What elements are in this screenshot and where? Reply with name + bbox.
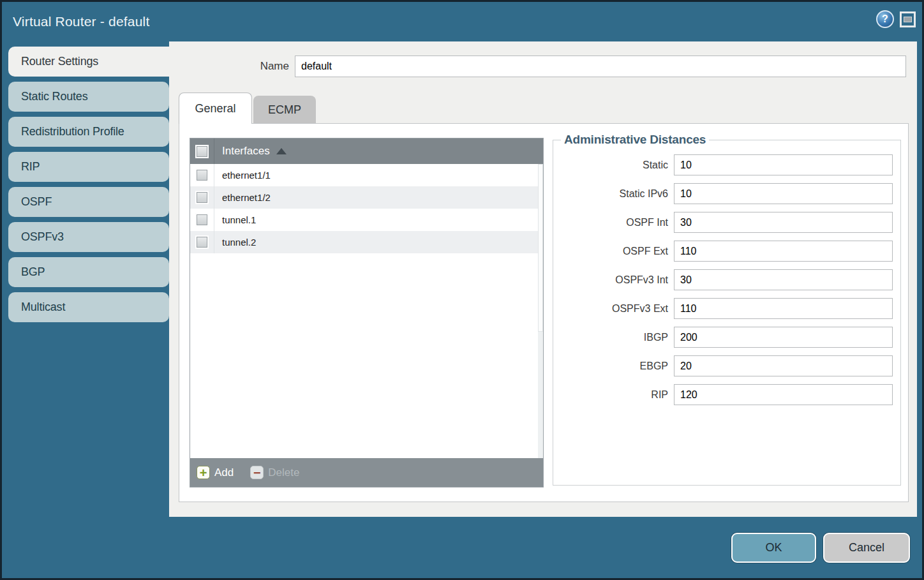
administrative-distances-fieldset: Administrative Distances Static Static I… bbox=[553, 133, 901, 486]
static-ipv6-label: Static IPv6 bbox=[560, 188, 674, 200]
row-checkbox-cell bbox=[190, 164, 214, 186]
interface-name: ethernet1/1 bbox=[222, 170, 271, 181]
ospfv3-int-input[interactable] bbox=[674, 269, 893, 290]
name-input[interactable] bbox=[295, 56, 906, 77]
dialog-footer: OK Cancel bbox=[731, 533, 910, 563]
sidebar-item-label: RIP bbox=[21, 160, 40, 174]
row-checkbox-cell bbox=[190, 231, 214, 253]
sidebar-item-router-settings[interactable]: Router Settings bbox=[8, 47, 169, 77]
sidebar-item-bgp[interactable]: BGP bbox=[8, 257, 169, 287]
sidebar-item-ospf[interactable]: OSPF bbox=[8, 187, 169, 217]
tab-strip: General ECMP bbox=[179, 93, 316, 124]
ospf-ext-label: OSPF Ext bbox=[560, 246, 674, 257]
row-checkbox[interactable] bbox=[197, 170, 207, 181]
select-all-checkbox[interactable] bbox=[197, 146, 207, 157]
sidebar-item-redistribution-profile[interactable]: Redistribution Profile bbox=[8, 117, 169, 147]
field-row-ebgp: EBGP bbox=[560, 355, 893, 376]
rip-input[interactable] bbox=[674, 384, 893, 405]
add-button[interactable]: + Add bbox=[197, 466, 234, 479]
window-restore-icon-inner bbox=[904, 17, 912, 22]
ebgp-label: EBGP bbox=[560, 361, 674, 372]
ospf-int-label: OSPF Int bbox=[560, 217, 674, 228]
row-checkbox[interactable] bbox=[197, 214, 207, 225]
title-bar-icons: ? bbox=[876, 10, 916, 28]
name-row: Name bbox=[169, 56, 906, 77]
virtual-router-dialog: Virtual Router - default ? Router Settin… bbox=[0, 0, 924, 580]
select-all-cell bbox=[190, 138, 214, 164]
minus-icon: − bbox=[250, 466, 264, 479]
sidebar-item-label: Multicast bbox=[21, 301, 65, 314]
static-input[interactable] bbox=[674, 154, 893, 175]
ibgp-input[interactable] bbox=[674, 327, 893, 348]
cancel-button[interactable]: Cancel bbox=[823, 533, 910, 563]
tab-general[interactable]: General bbox=[179, 93, 252, 124]
plus-icon: + bbox=[197, 466, 210, 479]
rip-label: RIP bbox=[560, 389, 674, 401]
field-row-ospfv3-ext: OSPFv3 Ext bbox=[560, 298, 893, 319]
table-row[interactable]: ethernet1/2 bbox=[190, 186, 543, 209]
sidebar: Router Settings Static Routes Redistribu… bbox=[2, 47, 169, 327]
ebgp-input[interactable] bbox=[674, 355, 893, 376]
row-checkbox-cell bbox=[190, 209, 214, 231]
sidebar-item-label: Router Settings bbox=[21, 55, 98, 68]
tab-ecmp[interactable]: ECMP bbox=[253, 96, 316, 124]
table-scrollbar[interactable] bbox=[538, 164, 543, 458]
ibgp-label: IBGP bbox=[560, 332, 674, 343]
sidebar-item-rip[interactable]: RIP bbox=[8, 152, 169, 182]
table-scrollbar-thumb[interactable] bbox=[538, 164, 543, 332]
sidebar-item-label: BGP bbox=[21, 265, 45, 279]
row-checkbox[interactable] bbox=[197, 237, 207, 248]
content-panel: Name General ECMP Interfaces bbox=[169, 41, 917, 517]
interface-name: tunnel.1 bbox=[222, 214, 256, 225]
ospf-int-input[interactable] bbox=[674, 212, 893, 233]
general-tab-panel: Interfaces ethernet1/1 ethernet1/2 tunne bbox=[179, 123, 909, 502]
administrative-distances-legend: Administrative Distances bbox=[561, 133, 709, 147]
delete-button[interactable]: − Delete bbox=[250, 466, 299, 479]
interfaces-header-label: Interfaces bbox=[222, 145, 270, 158]
row-checkbox-cell bbox=[190, 186, 214, 209]
static-ipv6-input[interactable] bbox=[674, 183, 893, 204]
sort-ascending-icon bbox=[276, 148, 287, 154]
help-icon[interactable]: ? bbox=[876, 10, 894, 28]
sidebar-item-multicast[interactable]: Multicast bbox=[8, 292, 169, 322]
sidebar-item-ospfv3[interactable]: OSPFv3 bbox=[8, 222, 169, 252]
add-button-label: Add bbox=[214, 466, 234, 479]
sidebar-item-static-routes[interactable]: Static Routes bbox=[8, 82, 169, 112]
ospf-ext-input[interactable] bbox=[674, 241, 893, 262]
field-row-static-ipv6: Static IPv6 bbox=[560, 183, 893, 204]
table-footer: + Add − Delete bbox=[190, 458, 543, 487]
ok-button[interactable]: OK bbox=[731, 533, 816, 563]
field-row-ospfv3-int: OSPFv3 Int bbox=[560, 269, 893, 290]
interface-name: ethernet1/2 bbox=[222, 192, 271, 203]
interfaces-column-header[interactable]: Interfaces bbox=[190, 138, 543, 164]
field-row-static: Static bbox=[560, 154, 893, 175]
field-row-ospf-ext: OSPF Ext bbox=[560, 241, 893, 262]
title-bar: Virtual Router - default ? bbox=[2, 2, 922, 41]
ospfv3-int-label: OSPFv3 Int bbox=[560, 274, 674, 286]
window-restore-icon[interactable] bbox=[900, 11, 916, 27]
dialog-title: Virtual Router - default bbox=[13, 14, 150, 29]
ospfv3-ext-label: OSPFv3 Ext bbox=[560, 303, 674, 315]
name-label: Name bbox=[260, 60, 289, 73]
sidebar-item-label: Static Routes bbox=[21, 90, 87, 103]
delete-button-label: Delete bbox=[268, 466, 299, 479]
interface-name: tunnel.2 bbox=[222, 237, 256, 248]
row-checkbox[interactable] bbox=[197, 192, 207, 203]
ospfv3-ext-input[interactable] bbox=[674, 298, 893, 319]
sidebar-item-label: OSPFv3 bbox=[21, 230, 64, 244]
table-row[interactable]: tunnel.1 bbox=[190, 209, 543, 231]
field-row-ibgp: IBGP bbox=[560, 327, 893, 348]
field-row-rip: RIP bbox=[560, 384, 893, 405]
sidebar-item-label: Redistribution Profile bbox=[21, 125, 124, 138]
static-label: Static bbox=[560, 160, 674, 171]
interfaces-rows: ethernet1/1 ethernet1/2 tunnel.1 tunnel.… bbox=[190, 164, 543, 458]
interfaces-table: Interfaces ethernet1/1 ethernet1/2 tunne bbox=[190, 138, 544, 487]
sidebar-item-label: OSPF bbox=[21, 195, 52, 209]
field-row-ospf-int: OSPF Int bbox=[560, 212, 893, 233]
table-row[interactable]: tunnel.2 bbox=[190, 231, 543, 253]
table-row[interactable]: ethernet1/1 bbox=[190, 164, 543, 186]
